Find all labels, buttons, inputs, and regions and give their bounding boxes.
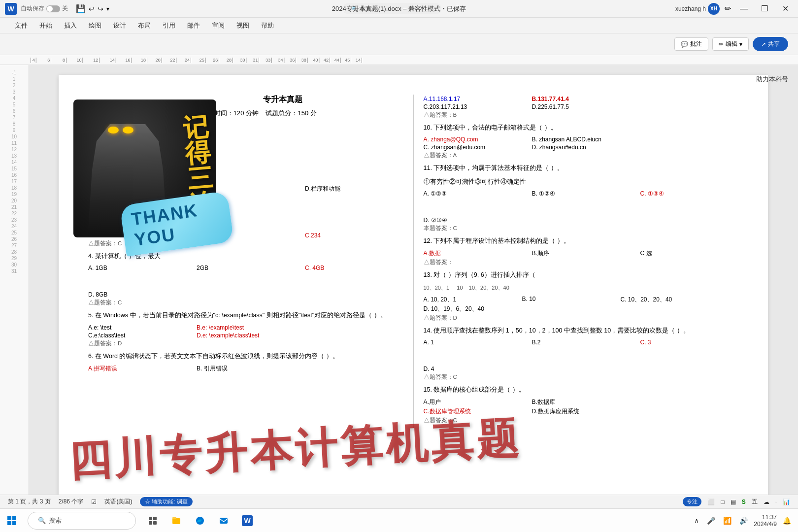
q14-answer: △题答案：C bbox=[424, 373, 739, 381]
svg-rect-7 bbox=[153, 521, 157, 525]
menu-review[interactable]: 审阅 bbox=[207, 19, 230, 32]
q4-opt-c: C. 4GB bbox=[305, 265, 394, 271]
menu-layout[interactable]: 布局 bbox=[133, 19, 156, 32]
q2-answer: △题答案：A bbox=[88, 194, 403, 201]
titlebar-controls: xuezhang h XH ✏ — ❐ ✕ bbox=[675, 2, 798, 16]
question-5: 5. 在 Windows 中，若当前目录的绝对路径为"c: \example\c… bbox=[88, 310, 403, 321]
menu-view[interactable]: 视图 bbox=[232, 19, 254, 32]
avatar: XH bbox=[708, 3, 720, 15]
system-clock[interactable]: 11:37 2024/4/9 bbox=[754, 514, 777, 528]
content-area[interactable]: 助力本科号 专升本真题 时间：120 分钟 试题总分：150 分 一、单 1. … bbox=[29, 65, 798, 508]
taskbar-search[interactable]: 🔍 搜索 bbox=[28, 512, 136, 530]
menu-file[interactable]: 文件 bbox=[10, 19, 33, 32]
question-11: 11. 下列选项中，均属于算法基本特征的是（ ）。 bbox=[424, 163, 739, 173]
q10-answer: △题答案：A bbox=[424, 152, 739, 159]
q5-answer: △题答案：D bbox=[88, 340, 403, 347]
q14-opt-a: A. 1 bbox=[424, 339, 512, 346]
autosave-toggle[interactable] bbox=[46, 5, 60, 12]
files-button[interactable] bbox=[166, 510, 187, 532]
page-info: 第 1 页，共 3 页 bbox=[8, 498, 51, 506]
q11-options: A. ①②③ B. ①②④ C. ①③④ D. ②③④ bbox=[424, 190, 739, 224]
q13-sub: 10、20、1 10 10、20、20、40 bbox=[424, 283, 739, 293]
svg-rect-6 bbox=[149, 521, 152, 525]
quick-access: 💾 ↩ ↪ ▾ bbox=[76, 4, 109, 13]
close-button[interactable]: ✕ bbox=[777, 2, 793, 16]
question-2: 2. 它（ ）。 bbox=[88, 171, 403, 181]
q10-options: A. zhanga@QQ.com B. zhangsan ALBCD.eiucn… bbox=[424, 136, 739, 151]
question-15: 15. 数据库的核心组成部分是（ ）。 bbox=[424, 385, 739, 395]
minimize-button[interactable]: — bbox=[736, 2, 752, 16]
column-divider bbox=[413, 95, 414, 428]
volume-icon[interactable]: 🔊 bbox=[737, 515, 750, 527]
q3-opt-c: C.234 bbox=[305, 232, 394, 239]
q4-answer: △题答案：C bbox=[88, 299, 403, 306]
svg-rect-1 bbox=[12, 516, 16, 520]
weather-icon: ☁ bbox=[764, 499, 769, 505]
q12-opt-a: A.数据 bbox=[424, 249, 512, 258]
q14-opt-b: B.2 bbox=[532, 339, 621, 346]
share-button[interactable]: ↗ 共享 bbox=[753, 37, 788, 51]
comment-label: 批注 bbox=[690, 40, 702, 48]
svg-rect-3 bbox=[12, 521, 16, 525]
rq-opt-b: B.131.77.41.4 bbox=[532, 96, 621, 102]
question-3: 3. 下列选项中，均属于计算机病毒特征的是（ ）。 bbox=[88, 205, 403, 216]
menu-start[interactable]: 开始 bbox=[34, 19, 57, 32]
redo-icon[interactable]: ↪ bbox=[98, 5, 103, 13]
taskview-button[interactable] bbox=[142, 510, 164, 532]
q5-opt-b: B.e: \example\test bbox=[197, 324, 285, 331]
mail-button[interactable] bbox=[213, 510, 234, 532]
taskbar-up-arrow[interactable]: ∧ bbox=[692, 515, 701, 527]
taskbar: 🔍 搜索 bbox=[0, 508, 798, 532]
user-info: xuezhang h XH bbox=[675, 3, 720, 15]
q3-opt-b: B. 14 bbox=[197, 232, 285, 239]
titlebar-left: W 自动保存 关 💾 ↩ ↪ ▾ bbox=[0, 3, 109, 15]
menu-draw[interactable]: 绘图 bbox=[84, 19, 106, 32]
wifi-icon[interactable]: 📶 bbox=[721, 515, 733, 527]
q1-opt-d: D. SSD bbox=[197, 152, 285, 159]
rq-cont-options: A.11.168.1.17 B.131.77.41.4 bbox=[424, 96, 739, 102]
edge-button[interactable] bbox=[189, 510, 211, 532]
status-bar: 第 1 页，共 3 页 2/86 个字 ☑ 英语(美国) ☆ 辅助功能: 调查 … bbox=[0, 495, 798, 508]
q5-options: A.e: \test B.e: \example\test C.e:\class… bbox=[88, 324, 403, 339]
menu-design[interactable]: 设计 bbox=[108, 19, 131, 32]
word-taskbar-icon: W bbox=[242, 515, 253, 526]
q1-opt-a: A. C. bbox=[88, 152, 177, 159]
notification-icon[interactable]: 🔔 bbox=[781, 515, 793, 527]
svg-rect-0 bbox=[7, 516, 11, 520]
doc-title: 专升本真题 bbox=[88, 95, 403, 105]
question-14: 14. 使用顺序查找在整数序列 1，50，10，2，100 中查找到整数 10，… bbox=[424, 326, 739, 336]
q6-opt-b: B. 引用错误 bbox=[197, 365, 285, 373]
start-button[interactable] bbox=[0, 509, 24, 532]
menu-insert[interactable]: 插入 bbox=[59, 19, 82, 32]
q1-options: A. C. D. SSD bbox=[88, 152, 403, 159]
comment-icon: 💬 bbox=[681, 41, 688, 48]
q12-answer: △题答案： bbox=[424, 259, 739, 266]
q12-options: A.数据 B.顺序 C 选 bbox=[424, 249, 739, 258]
pen-icon: ✏ bbox=[725, 4, 731, 13]
document-page: 专升本真题 时间：120 分钟 试题总分：150 分 一、单 1. 下列 A. … bbox=[59, 75, 768, 508]
svg-rect-9 bbox=[172, 517, 176, 519]
svg-rect-11 bbox=[220, 518, 228, 524]
special-btn[interactable]: 专注 bbox=[683, 497, 701, 506]
q10-opt-a: A. zhanga@QQ.com bbox=[424, 136, 512, 143]
save-icon[interactable]: 💾 bbox=[76, 4, 86, 13]
question-6: 6. 在 Word 的编辑状态下，若英文文本下自动标示红色波浪线，则提示该部分内… bbox=[88, 351, 403, 362]
q13-opt-c: C. 10、20、20、40 bbox=[621, 296, 709, 304]
mic-icon[interactable]: 🎤 bbox=[705, 515, 717, 527]
menu-references[interactable]: 引用 bbox=[158, 19, 180, 32]
edit-button[interactable]: ✏ 编辑 ▾ bbox=[712, 37, 749, 51]
restore-button[interactable]: ❐ bbox=[757, 2, 772, 16]
q11-sub: ①有穷性②可溯性③可行性④确定性 bbox=[424, 177, 739, 187]
undo-icon[interactable]: ↩ bbox=[89, 5, 95, 13]
q2-options: A. 账户 D.栏序和功能 bbox=[88, 185, 403, 193]
svg-rect-4 bbox=[149, 517, 152, 520]
comment-button[interactable]: 💬 批注 bbox=[674, 37, 708, 51]
word-taskbar-button[interactable]: W bbox=[236, 510, 258, 532]
assist-btn[interactable]: ☆ 辅助功能: 调查 bbox=[140, 497, 192, 506]
q14-opt-d: D. 4 bbox=[424, 366, 512, 372]
menu-help[interactable]: 帮助 bbox=[256, 19, 279, 32]
menu-mail[interactable]: 邮件 bbox=[182, 19, 205, 32]
taskbar-right: ∧ 🎤 📶 🔊 11:37 2024/4/9 🔔 bbox=[692, 514, 798, 528]
rq-cont-answer: △题答案：B bbox=[424, 111, 739, 119]
page-icon: □ bbox=[721, 499, 724, 505]
